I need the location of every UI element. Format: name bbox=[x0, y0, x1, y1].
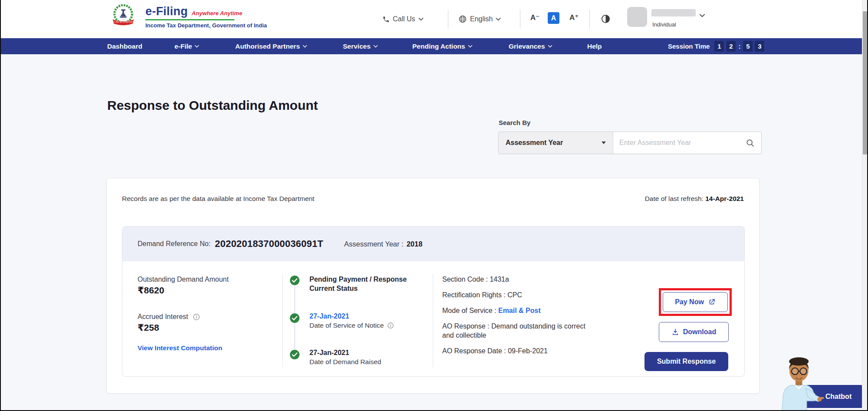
accrued-interest-label: Accrued Interest bbox=[138, 313, 188, 321]
chevron-down-icon bbox=[418, 17, 424, 21]
search-type-dropdown[interactable]: Assessment Year bbox=[499, 132, 613, 154]
nav-item-e-file[interactable]: e-File bbox=[174, 38, 199, 54]
nav-item-help[interactable]: Help bbox=[587, 38, 602, 54]
nav-label: Grievances bbox=[509, 43, 545, 50]
efiling-portal-screen: INCOME TAX DEPARTMENT e-Filing Anywhere … bbox=[0, 0, 868, 411]
chevron-down-icon bbox=[468, 45, 473, 48]
demand-raised-label: Date of Demand Raised bbox=[309, 357, 381, 367]
submit-response-label: Submit Response bbox=[657, 358, 716, 365]
demand-raised-date: 27-Jan-2021 bbox=[309, 348, 381, 357]
search-input[interactable] bbox=[613, 132, 739, 154]
detail-section-code: Section Code : 1431a bbox=[442, 275, 586, 284]
detail-label: Mode of Service : bbox=[442, 307, 496, 314]
outstanding-amount-value: ₹8620 bbox=[138, 285, 272, 296]
font-increase-button[interactable]: A⁺ bbox=[569, 13, 579, 22]
status-timeline: Pending Payment / Response Current Statu… bbox=[289, 275, 429, 375]
chevron-down-icon bbox=[548, 45, 552, 48]
timeline-item-current-status: Pending Payment / Response Current Statu… bbox=[309, 275, 407, 293]
records-note: Records are as per the data available at… bbox=[122, 195, 314, 203]
accrued-interest-value: ₹258 bbox=[138, 322, 272, 333]
call-us-label: Call Us bbox=[393, 15, 415, 23]
nav-label: Services bbox=[343, 43, 371, 50]
check-circle-icon bbox=[289, 313, 300, 323]
records-card: Records are as per the data available at… bbox=[106, 178, 760, 394]
detail-label: AO Response Date : bbox=[442, 347, 506, 355]
phone-icon bbox=[382, 16, 390, 23]
user-name-redacted bbox=[651, 9, 696, 16]
detail-value: CPC bbox=[507, 291, 522, 299]
pay-now-button[interactable]: Pay Now bbox=[663, 292, 728, 312]
contrast-toggle-button[interactable] bbox=[601, 14, 611, 26]
search-icon bbox=[746, 138, 755, 148]
session-digit: 1 bbox=[714, 41, 724, 52]
nav-label: Authorised Partners bbox=[235, 43, 300, 50]
amounts-column: Outstanding Demand Amount ₹8620 Accrued … bbox=[138, 276, 272, 352]
nav-label: Pending Actions bbox=[412, 43, 465, 50]
header-divider bbox=[448, 10, 448, 29]
nav-label: e-File bbox=[174, 43, 192, 50]
view-interest-computation-link[interactable]: View Interest Computation bbox=[138, 344, 222, 352]
nav-item-authorised-partners[interactable]: Authorised Partners bbox=[235, 38, 307, 54]
header-divider bbox=[589, 10, 590, 29]
nav-label: Help bbox=[587, 43, 602, 50]
nav-label: Dashboard bbox=[107, 43, 142, 50]
chevron-down-icon bbox=[373, 45, 378, 48]
timeline-status-line2: Current Status bbox=[309, 284, 407, 293]
detail-value: 1431a bbox=[490, 276, 509, 283]
pay-now-label: Pay Now bbox=[675, 298, 704, 306]
column-divider bbox=[282, 273, 283, 367]
brand-block: e-Filing Anywhere Anytime Income Tax Dep… bbox=[145, 5, 267, 29]
language-label: English bbox=[470, 15, 493, 23]
info-icon[interactable] bbox=[193, 313, 200, 321]
chatbot-label: Chatbot bbox=[825, 393, 852, 401]
detail-ao-response: AO Response : Demand outstanding is corr… bbox=[442, 322, 586, 340]
brand-underline bbox=[145, 19, 234, 20]
check-circle-icon bbox=[289, 349, 300, 360]
main-nav: Dashboard e-File Authorised Partners Ser… bbox=[0, 38, 868, 54]
download-button[interactable]: Download bbox=[659, 322, 729, 342]
timeline-status-line1: Pending Payment / Response bbox=[309, 275, 407, 284]
session-digit: 2 bbox=[726, 41, 736, 52]
detail-label: Section Code : bbox=[442, 276, 488, 283]
assessment-year-label: Assessment Year : bbox=[344, 240, 404, 248]
header-divider bbox=[520, 10, 520, 29]
search-by-label: Search By bbox=[499, 119, 530, 126]
service-of-notice-date-link[interactable]: 27-Jan-2021 bbox=[309, 312, 349, 320]
detail-value: Email & Post bbox=[498, 307, 541, 314]
font-normal-button[interactable]: A bbox=[548, 12, 559, 24]
screenshot-border bbox=[0, 0, 1, 411]
chatbot-assistant-illustration bbox=[773, 355, 825, 411]
nav-item-grievances[interactable]: Grievances bbox=[509, 38, 552, 54]
details-column: Section Code : 1431a Rectification Right… bbox=[442, 275, 586, 362]
brand-tagline: Anywhere Anytime bbox=[192, 10, 243, 16]
timeline-item-demand-raised: 27-Jan-2021 Date of Demand Raised bbox=[309, 348, 381, 367]
submit-response-button[interactable]: Submit Response bbox=[644, 352, 728, 371]
scrollbar-track[interactable] bbox=[862, 0, 867, 411]
demand-ref-label: Demand Reference No: bbox=[138, 240, 210, 248]
contrast-icon bbox=[601, 14, 611, 24]
font-decrease-button[interactable]: A⁻ bbox=[530, 13, 539, 22]
call-us-menu[interactable]: Call Us bbox=[382, 0, 424, 38]
detail-mode-of-service: Mode of Service : Email & Post bbox=[442, 306, 586, 315]
detail-label: AO Response : bbox=[442, 322, 490, 330]
demand-record: Demand Reference No: 2020201837000036091… bbox=[122, 226, 745, 377]
top-header: INCOME TAX DEPARTMENT e-Filing Anywhere … bbox=[0, 0, 868, 38]
nav-item-pending-actions[interactable]: Pending Actions bbox=[412, 38, 473, 54]
brand-name: e-Filing bbox=[145, 5, 188, 18]
info-icon[interactable] bbox=[387, 322, 394, 329]
search-button[interactable] bbox=[739, 132, 761, 154]
user-menu-button[interactable] bbox=[699, 11, 705, 19]
language-menu[interactable]: English bbox=[458, 0, 501, 38]
caret-down-icon bbox=[602, 141, 606, 144]
scrollbar-thumb[interactable] bbox=[863, 11, 867, 155]
column-divider bbox=[433, 273, 433, 367]
income-tax-emblem-logo: INCOME TAX DEPARTMENT bbox=[111, 3, 136, 28]
nav-item-services[interactable]: Services bbox=[343, 38, 378, 54]
session-timer: Session Time 1 2 : 5 3 bbox=[668, 38, 764, 54]
download-icon bbox=[671, 328, 679, 336]
emblem-ribbon-text: INCOME TAX DEPARTMENT bbox=[112, 21, 135, 23]
nav-item-dashboard[interactable]: Dashboard bbox=[107, 38, 142, 54]
detail-label: Rectification Rights : bbox=[442, 291, 506, 299]
assessment-year-value: 2018 bbox=[407, 240, 423, 248]
user-avatar[interactable] bbox=[627, 7, 647, 27]
